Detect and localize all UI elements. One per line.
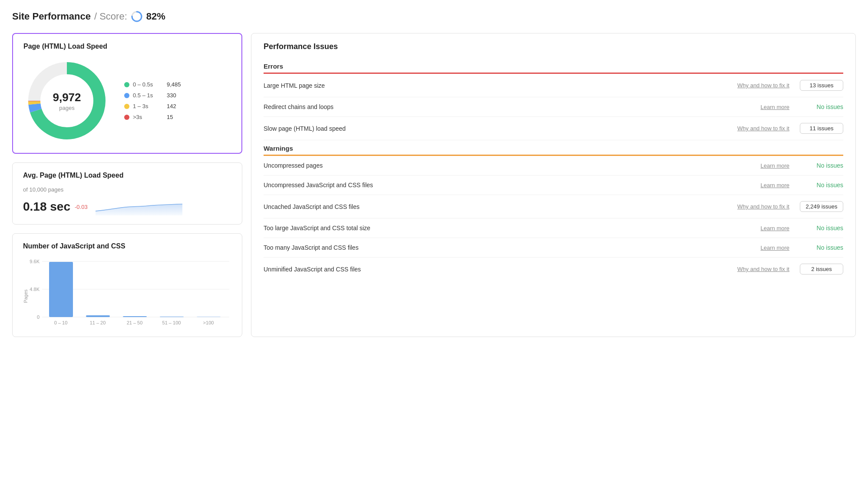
- bar-chart-svg: 9.6K 4.8K 0 Pages: [23, 257, 231, 327]
- load-speed-card: Page (HTML) Load Speed: [12, 33, 242, 154]
- page-wrapper: Site Performance / Score: 82% Page (HTML…: [0, 0, 868, 347]
- bar-51-100: [160, 317, 184, 317]
- error-name-1: Redirect chains and loops: [264, 103, 720, 110]
- donut-center-number: 9,972: [53, 91, 81, 104]
- warning-badge-1: No issues: [800, 182, 843, 188]
- performance-issues-panel: Performance Issues Errors Large HTML pag…: [251, 33, 856, 337]
- avg-value: 0.18 sec: [23, 200, 70, 214]
- warning-link-2[interactable]: Why and how to fix it: [720, 203, 789, 210]
- bar-11-20: [86, 315, 110, 317]
- load-speed-title: Page (HTML) Load Speed: [23, 43, 231, 50]
- warning-name-0: Uncompressed pages: [264, 162, 720, 169]
- page-header: Site Performance / Score: 82%: [12, 10, 856, 23]
- error-row-1: Redirect chains and loops Learn more No …: [264, 97, 843, 117]
- warning-badge-4: No issues: [800, 244, 843, 251]
- warning-name-4: Too many JavaScript and CSS files: [264, 244, 720, 251]
- main-layout: Page (HTML) Load Speed: [12, 33, 856, 337]
- legend-label-0: 0 – 0.5s: [133, 81, 163, 88]
- svg-text:9.6K: 9.6K: [30, 259, 40, 264]
- warning-link-0[interactable]: Learn more: [720, 162, 789, 169]
- warning-link-4[interactable]: Learn more: [720, 245, 789, 251]
- score-spinner-icon: [131, 10, 143, 23]
- bar-over100: [197, 317, 221, 317]
- legend-label-3: >3s: [133, 114, 163, 120]
- svg-text:51 – 100: 51 – 100: [162, 320, 181, 325]
- score-value: 82%: [146, 11, 165, 22]
- svg-text:0 – 10: 0 – 10: [54, 320, 68, 325]
- avg-speed-subtitle: of 10,000 pages: [23, 186, 231, 193]
- legend-item-1: 0.5 – 1s 330: [124, 92, 181, 99]
- svg-text:21 – 50: 21 – 50: [127, 320, 143, 325]
- warning-row-1: Uncompressed JavaScript and CSS files Le…: [264, 175, 843, 195]
- left-column: Page (HTML) Load Speed: [12, 33, 242, 337]
- legend-item-0: 0 – 0.5s 9,485: [124, 81, 181, 88]
- js-css-title: Number of JavaScript and CSS: [23, 242, 231, 250]
- legend-value-1: 330: [167, 92, 176, 99]
- error-link-0[interactable]: Why and how to fix it: [720, 82, 789, 89]
- svg-text:11 – 20: 11 – 20: [90, 320, 106, 325]
- legend-value-3: 15: [167, 114, 173, 120]
- svg-text:0: 0: [37, 314, 40, 320]
- warning-row-3: Too large JavaScript and CSS total size …: [264, 218, 843, 238]
- legend-item-2: 1 – 3s 142: [124, 103, 181, 109]
- warning-row-2: Uncached JavaScript and CSS files Why an…: [264, 195, 843, 218]
- sparkline-chart: [96, 198, 182, 215]
- error-badge-1: No issues: [800, 103, 843, 110]
- warning-name-2: Uncached JavaScript and CSS files: [264, 203, 720, 210]
- warning-row-0: Uncompressed pages Learn more No issues: [264, 156, 843, 175]
- error-link-2[interactable]: Why and how to fix it: [720, 125, 789, 132]
- errors-title: Errors: [264, 58, 843, 73]
- legend-dot-0: [124, 82, 129, 87]
- warning-link-5[interactable]: Why and how to fix it: [720, 266, 789, 272]
- legend-label-1: 0.5 – 1s: [133, 92, 163, 99]
- page-title: Site Performance: [12, 11, 91, 22]
- donut-center-label: pages: [59, 105, 74, 111]
- js-css-card: Number of JavaScript and CSS 9.6K 4.8K 0…: [12, 233, 242, 337]
- avg-speed-card: Avg. Page (HTML) Load Speed of 10,000 pa…: [12, 162, 242, 225]
- avg-delta: -0.03: [75, 204, 88, 210]
- bar-chart-area: 9.6K 4.8K 0 Pages: [23, 257, 231, 328]
- error-badge-2: 11 issues: [800, 123, 843, 134]
- legend-item-3: >3s 15: [124, 114, 181, 120]
- error-row-0: Large HTML page size Why and how to fix …: [264, 74, 843, 97]
- bar-21-50: [123, 316, 147, 317]
- legend-label-2: 1 – 3s: [133, 103, 163, 109]
- warning-badge-2: 2,249 issues: [800, 201, 843, 212]
- legend-dot-2: [124, 104, 129, 109]
- warning-row-4: Too many JavaScript and CSS files Learn …: [264, 238, 843, 258]
- score-label: / Score:: [94, 11, 127, 22]
- error-row-2: Slow page (HTML) load speed Why and how …: [264, 117, 843, 140]
- performance-issues-title: Performance Issues: [264, 42, 843, 51]
- warning-row-5: Unminified JavaScript and CSS files Why …: [264, 258, 843, 281]
- warning-badge-3: No issues: [800, 225, 843, 231]
- warning-name-5: Unminified JavaScript and CSS files: [264, 266, 720, 273]
- warning-badge-0: No issues: [800, 162, 843, 169]
- warning-name-3: Too large JavaScript and CSS total size: [264, 225, 720, 231]
- warning-link-3[interactable]: Learn more: [720, 225, 789, 231]
- warning-link-1[interactable]: Learn more: [720, 182, 789, 188]
- bar-0-10: [49, 262, 73, 317]
- error-name-0: Large HTML page size: [264, 82, 720, 89]
- donut-center: 9,972 pages: [53, 91, 81, 111]
- donut-section: 9,972 pages 0 – 0.5s 9,485 0.: [23, 57, 231, 144]
- warning-badge-5: 2 issues: [800, 264, 843, 274]
- warning-name-1: Uncompressed JavaScript and CSS files: [264, 182, 720, 188]
- warnings-title: Warnings: [264, 140, 843, 155]
- avg-value-row: 0.18 sec -0.03: [23, 198, 231, 215]
- legend-dot-1: [124, 93, 129, 98]
- error-badge-0: 13 issues: [800, 80, 843, 91]
- legend-value-2: 142: [167, 103, 176, 109]
- svg-text:Pages: Pages: [23, 289, 28, 303]
- avg-speed-title: Avg. Page (HTML) Load Speed: [23, 172, 231, 179]
- svg-text:4.8K: 4.8K: [30, 287, 40, 292]
- svg-text:>100: >100: [203, 320, 214, 325]
- error-name-2: Slow page (HTML) load speed: [264, 125, 720, 132]
- donut-chart: 9,972 pages: [23, 57, 110, 144]
- error-link-1[interactable]: Learn more: [720, 104, 789, 110]
- donut-legend: 0 – 0.5s 9,485 0.5 – 1s 330 1 – 3s 142: [124, 81, 181, 120]
- legend-dot-3: [124, 115, 129, 120]
- legend-value-0: 9,485: [167, 81, 181, 88]
